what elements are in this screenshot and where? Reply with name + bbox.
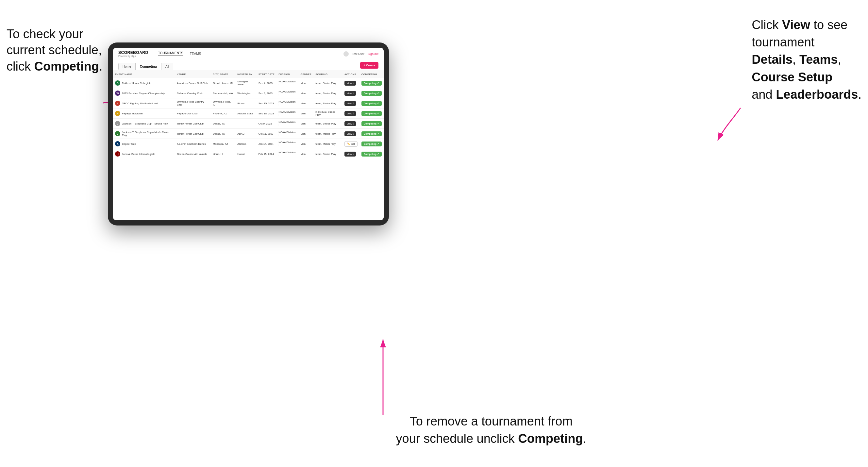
cell-actions-4: View ℹ bbox=[342, 119, 360, 129]
cell-city-4: Dallas, TX bbox=[211, 119, 235, 129]
annr-and: and bbox=[752, 88, 776, 101]
cell-venue-5: Trinity Forest Golf Club bbox=[175, 129, 211, 139]
cell-division-7: NCAA Division I bbox=[277, 149, 299, 159]
competing-badge-0[interactable]: Competing ✓ bbox=[362, 81, 382, 86]
competing-badge-3[interactable]: Competing ✓ bbox=[362, 111, 382, 116]
edit-button-6[interactable]: ✏️ Edit bbox=[344, 141, 358, 147]
cell-city-5: Dallas, TX bbox=[211, 129, 235, 139]
annotation-bottom: To remove a tournament from your schedul… bbox=[396, 413, 586, 447]
cell-event-4: J Jackson T. Stephens Cup – Stroke Play bbox=[113, 119, 175, 129]
cell-competing-3: Competing ✓ bbox=[360, 108, 384, 119]
col-division: DIVISION bbox=[277, 71, 299, 78]
table-row: A Copper Cup Ak-Chin Southern Dunes Mari… bbox=[113, 139, 384, 149]
view-button-1[interactable]: View ℹ bbox=[344, 91, 356, 96]
nav-tournaments[interactable]: TOURNAMENTS bbox=[158, 51, 183, 56]
tab-competing[interactable]: Competing bbox=[135, 63, 161, 70]
cell-scoring-6: team, Match Play bbox=[313, 139, 342, 149]
view-button-7[interactable]: View ℹ bbox=[344, 152, 356, 157]
cell-city-1: Sammamish, WA bbox=[211, 88, 235, 98]
cell-division-3: NCAA Division I bbox=[277, 108, 299, 119]
annr-bold3: Teams bbox=[799, 53, 838, 66]
tabs-row: Home Competing All + Create bbox=[113, 60, 384, 71]
cell-hosted-7: Hawaii bbox=[235, 149, 256, 159]
logo-text: SCOREBOARD bbox=[118, 50, 148, 55]
annotation-line3: click bbox=[6, 60, 34, 73]
table-row: P Papago Individual Papago Golf Club Pho… bbox=[113, 108, 384, 119]
cell-scoring-7: team, Stroke Play bbox=[313, 149, 342, 159]
ann-bot-period: . bbox=[583, 432, 587, 445]
annr-line1: Click bbox=[752, 18, 782, 32]
competing-badge-4[interactable]: Competing ✓ bbox=[362, 121, 382, 126]
cell-competing-2: Competing ✓ bbox=[360, 98, 384, 108]
cell-competing-6: Competing ✓ bbox=[360, 139, 384, 149]
cell-start-3: Sep 18, 2023 bbox=[256, 108, 277, 119]
tab-all[interactable]: All bbox=[161, 63, 173, 70]
competing-badge-6[interactable]: Competing ✓ bbox=[362, 142, 382, 147]
col-city: CITY, STATE bbox=[211, 71, 235, 78]
annotation-top-right: Click View to see tournament Details, Te… bbox=[752, 16, 862, 103]
nav-signout[interactable]: Sign out bbox=[368, 52, 378, 56]
table-row: I OFCC Fighting Illini Invitational Olym… bbox=[113, 98, 384, 108]
col-gender: GENDER bbox=[299, 71, 313, 78]
competing-badge-1[interactable]: Competing ✓ bbox=[362, 91, 382, 96]
cell-actions-0: View ℹ bbox=[342, 78, 360, 88]
nav-user: Test User bbox=[352, 52, 364, 56]
table-header-row: EVENT NAME VENUE CITY, STATE HOSTED BY S… bbox=[113, 71, 384, 78]
tablet-screen: SCOREBOARD Powered by clipp TOURNAMENTS … bbox=[113, 48, 384, 220]
col-event-name: EVENT NAME bbox=[113, 71, 175, 78]
annr-bold1: View bbox=[782, 18, 810, 32]
table-row: J Jackson T. Stephens Cup – Men's Match … bbox=[113, 129, 384, 139]
cell-competing-1: Competing ✓ bbox=[360, 88, 384, 98]
cell-start-2: Sep 15, 2023 bbox=[256, 98, 277, 108]
user-icon bbox=[343, 51, 349, 57]
cell-gender-6: Men bbox=[299, 139, 313, 149]
col-venue: VENUE bbox=[175, 71, 211, 78]
view-button-3[interactable]: View ℹ bbox=[344, 111, 356, 116]
cell-city-2: Olympia Fields, IL bbox=[211, 98, 235, 108]
competing-badge-7[interactable]: Competing ✓ bbox=[362, 152, 382, 157]
col-hosted: HOSTED BY bbox=[235, 71, 256, 78]
cell-hosted-6: Arizona bbox=[235, 139, 256, 149]
tournaments-table: EVENT NAME VENUE CITY, STATE HOSTED BY S… bbox=[113, 71, 384, 159]
logo-powered: Powered by clipp bbox=[118, 55, 148, 57]
cell-competing-0: Competing ✓ bbox=[360, 78, 384, 88]
cell-gender-3: Men bbox=[299, 108, 313, 119]
cell-gender-7: Men bbox=[299, 149, 313, 159]
view-button-0[interactable]: View ℹ bbox=[344, 81, 356, 86]
col-start: START DATE bbox=[256, 71, 277, 78]
arrow-right-to-view bbox=[714, 104, 754, 144]
cell-start-7: Feb 15, 2024 bbox=[256, 149, 277, 159]
cell-start-4: Oct 9, 2023 bbox=[256, 119, 277, 129]
cell-city-0: Grand Haven, MI bbox=[211, 78, 235, 88]
competing-badge-2[interactable]: Competing ✓ bbox=[362, 101, 382, 106]
annotation-period: . bbox=[99, 60, 103, 73]
tablet: SCOREBOARD Powered by clipp TOURNAMENTS … bbox=[108, 42, 389, 225]
cell-division-6: NCAA Division I bbox=[277, 139, 299, 149]
cell-city-6: Maricopa, AZ bbox=[211, 139, 235, 149]
cell-start-0: Sep 4, 2023 bbox=[256, 78, 277, 88]
competing-badge-5[interactable]: Competing ✓ bbox=[362, 131, 382, 136]
annotation-top-left: To check your current schedule, click Co… bbox=[6, 26, 102, 74]
annr-bold4: Course Setup bbox=[752, 70, 832, 84]
arrow-bottom-up bbox=[379, 336, 387, 418]
ann-bot-line1: To remove a tournament from bbox=[410, 414, 572, 428]
view-button-4[interactable]: View ℹ bbox=[344, 121, 356, 126]
tab-home[interactable]: Home bbox=[118, 63, 135, 70]
annotation-line2: current schedule, bbox=[6, 43, 102, 57]
cell-start-6: Jan 14, 2024 bbox=[256, 139, 277, 149]
cell-event-2: I OFCC Fighting Illini Invitational bbox=[113, 98, 175, 108]
annotation-line1: To check your bbox=[6, 27, 83, 41]
view-button-2[interactable]: View ℹ bbox=[344, 101, 356, 106]
cell-event-3: P Papago Individual bbox=[113, 108, 175, 119]
cell-start-5: Oct 11, 2023 bbox=[256, 129, 277, 139]
cell-hosted-2: Illinois bbox=[235, 98, 256, 108]
table-row: W 2023 Sahalee Players Championship Saha… bbox=[113, 88, 384, 98]
create-button[interactable]: + Create bbox=[360, 62, 378, 69]
cell-venue-7: Ocean Course At Hokuala bbox=[175, 149, 211, 159]
cell-gender-1: Men bbox=[299, 88, 313, 98]
annr-comma2: , bbox=[838, 53, 841, 66]
annr-bold2: Details bbox=[752, 53, 793, 66]
cell-division-0: NCAA Division I bbox=[277, 78, 299, 88]
nav-teams[interactable]: TEAMS bbox=[190, 52, 201, 56]
view-button-5[interactable]: View ℹ bbox=[344, 131, 356, 136]
